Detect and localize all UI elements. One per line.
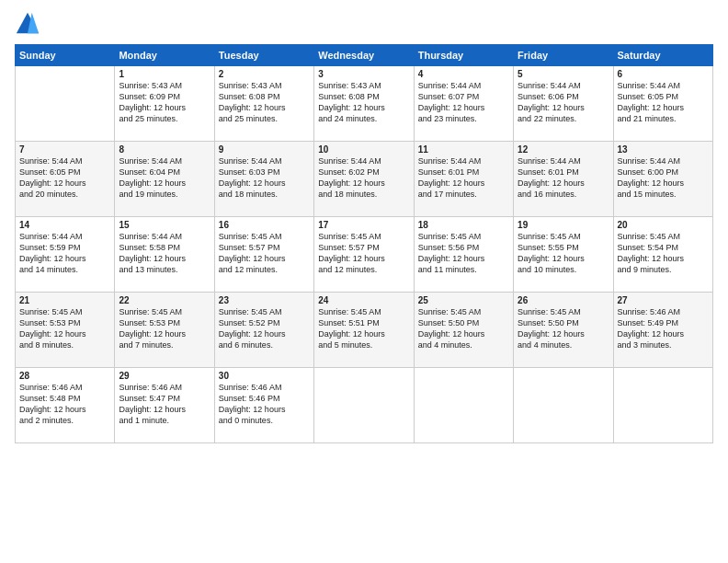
calendar-cell: 1Sunrise: 5:43 AM Sunset: 6:09 PM Daylig… bbox=[115, 66, 214, 142]
calendar-cell: 21Sunrise: 5:45 AM Sunset: 5:53 PM Dayli… bbox=[16, 293, 115, 368]
cell-content: Sunrise: 5:43 AM Sunset: 6:09 PM Dayligh… bbox=[119, 80, 210, 125]
day-number: 11 bbox=[418, 144, 509, 155]
day-number: 16 bbox=[219, 220, 310, 230]
cell-content: Sunrise: 5:44 AM Sunset: 5:59 PM Dayligh… bbox=[19, 231, 110, 276]
col-header-tuesday: Tuesday bbox=[214, 45, 313, 66]
page: SundayMondayTuesdayWednesdayThursdayFrid… bbox=[0, 0, 728, 563]
day-number: 3 bbox=[318, 69, 409, 79]
cell-content: Sunrise: 5:45 AM Sunset: 5:50 PM Dayligh… bbox=[518, 306, 609, 351]
cell-content: Sunrise: 5:44 AM Sunset: 6:03 PM Dayligh… bbox=[219, 155, 310, 201]
cell-content: Sunrise: 5:46 AM Sunset: 5:46 PM Dayligh… bbox=[219, 382, 310, 427]
logo bbox=[15, 11, 44, 37]
cell-content: Sunrise: 5:46 AM Sunset: 5:47 PM Dayligh… bbox=[119, 382, 210, 427]
cell-content: Sunrise: 5:45 AM Sunset: 5:54 PM Dayligh… bbox=[618, 231, 709, 276]
calendar-cell: 3Sunrise: 5:43 AM Sunset: 6:08 PM Daylig… bbox=[314, 66, 414, 142]
day-number: 12 bbox=[518, 144, 609, 155]
calendar-cell: 24Sunrise: 5:45 AM Sunset: 5:51 PM Dayli… bbox=[314, 293, 414, 368]
calendar-cell bbox=[314, 368, 414, 443]
cell-content: Sunrise: 5:45 AM Sunset: 5:51 PM Dayligh… bbox=[318, 306, 409, 351]
col-header-friday: Friday bbox=[514, 45, 613, 66]
calendar-cell: 22Sunrise: 5:45 AM Sunset: 5:53 PM Dayli… bbox=[115, 293, 214, 368]
calendar-header-row: SundayMondayTuesdayWednesdayThursdayFrid… bbox=[16, 45, 713, 66]
day-number: 14 bbox=[19, 220, 110, 230]
calendar-cell: 17Sunrise: 5:45 AM Sunset: 5:57 PM Dayli… bbox=[314, 217, 414, 293]
day-number: 10 bbox=[318, 144, 409, 155]
day-number: 1 bbox=[119, 69, 210, 79]
calendar-cell: 11Sunrise: 5:44 AM Sunset: 6:01 PM Dayli… bbox=[414, 142, 513, 217]
cell-content: Sunrise: 5:45 AM Sunset: 5:53 PM Dayligh… bbox=[19, 306, 110, 351]
calendar-cell: 20Sunrise: 5:45 AM Sunset: 5:54 PM Dayli… bbox=[613, 217, 712, 293]
week-row-3: 21Sunrise: 5:45 AM Sunset: 5:53 PM Dayli… bbox=[16, 293, 713, 368]
week-row-2: 14Sunrise: 5:44 AM Sunset: 5:59 PM Dayli… bbox=[16, 217, 713, 293]
calendar-cell: 29Sunrise: 5:46 AM Sunset: 5:47 PM Dayli… bbox=[115, 368, 214, 443]
week-row-0: 1Sunrise: 5:43 AM Sunset: 6:09 PM Daylig… bbox=[16, 66, 713, 142]
col-header-saturday: Saturday bbox=[613, 45, 712, 66]
calendar-cell bbox=[613, 368, 712, 443]
cell-content: Sunrise: 5:44 AM Sunset: 6:04 PM Dayligh… bbox=[119, 155, 210, 201]
calendar-cell: 10Sunrise: 5:44 AM Sunset: 6:02 PM Dayli… bbox=[314, 142, 414, 217]
week-row-1: 7Sunrise: 5:44 AM Sunset: 6:05 PM Daylig… bbox=[16, 142, 713, 217]
calendar-cell: 2Sunrise: 5:43 AM Sunset: 6:08 PM Daylig… bbox=[214, 66, 313, 142]
day-number: 18 bbox=[418, 220, 509, 230]
cell-content: Sunrise: 5:45 AM Sunset: 5:52 PM Dayligh… bbox=[219, 306, 310, 351]
cell-content: Sunrise: 5:44 AM Sunset: 6:02 PM Dayligh… bbox=[318, 155, 409, 201]
calendar-cell: 19Sunrise: 5:45 AM Sunset: 5:55 PM Dayli… bbox=[514, 217, 613, 293]
col-header-sunday: Sunday bbox=[16, 45, 115, 66]
calendar-cell: 16Sunrise: 5:45 AM Sunset: 5:57 PM Dayli… bbox=[214, 217, 313, 293]
cell-content: Sunrise: 5:46 AM Sunset: 5:49 PM Dayligh… bbox=[618, 306, 709, 351]
calendar-cell: 6Sunrise: 5:44 AM Sunset: 6:05 PM Daylig… bbox=[613, 66, 712, 142]
day-number: 27 bbox=[618, 295, 709, 305]
day-number: 9 bbox=[219, 144, 310, 155]
calendar-cell: 8Sunrise: 5:44 AM Sunset: 6:04 PM Daylig… bbox=[115, 142, 214, 217]
day-number: 2 bbox=[219, 69, 310, 79]
cell-content: Sunrise: 5:45 AM Sunset: 5:57 PM Dayligh… bbox=[318, 231, 409, 276]
cell-content: Sunrise: 5:43 AM Sunset: 6:08 PM Dayligh… bbox=[318, 80, 409, 125]
header bbox=[15, 11, 713, 37]
cell-content: Sunrise: 5:44 AM Sunset: 6:01 PM Dayligh… bbox=[418, 155, 509, 201]
calendar-cell: 14Sunrise: 5:44 AM Sunset: 5:59 PM Dayli… bbox=[16, 217, 115, 293]
calendar-cell: 15Sunrise: 5:44 AM Sunset: 5:58 PM Dayli… bbox=[115, 217, 214, 293]
calendar-cell: 5Sunrise: 5:44 AM Sunset: 6:06 PM Daylig… bbox=[514, 66, 613, 142]
calendar-cell: 28Sunrise: 5:46 AM Sunset: 5:48 PM Dayli… bbox=[16, 368, 115, 443]
cell-content: Sunrise: 5:44 AM Sunset: 6:05 PM Dayligh… bbox=[19, 155, 110, 201]
calendar-cell bbox=[514, 368, 613, 443]
calendar-cell: 27Sunrise: 5:46 AM Sunset: 5:49 PM Dayli… bbox=[613, 293, 712, 368]
calendar-cell: 23Sunrise: 5:45 AM Sunset: 5:52 PM Dayli… bbox=[214, 293, 313, 368]
col-header-monday: Monday bbox=[115, 45, 214, 66]
cell-content: Sunrise: 5:44 AM Sunset: 6:05 PM Dayligh… bbox=[618, 80, 709, 125]
cell-content: Sunrise: 5:44 AM Sunset: 6:01 PM Dayligh… bbox=[518, 155, 609, 201]
calendar-cell bbox=[414, 368, 513, 443]
calendar-table: SundayMondayTuesdayWednesdayThursdayFrid… bbox=[15, 44, 713, 443]
calendar-cell: 7Sunrise: 5:44 AM Sunset: 6:05 PM Daylig… bbox=[16, 142, 115, 217]
cell-content: Sunrise: 5:45 AM Sunset: 5:53 PM Dayligh… bbox=[119, 306, 210, 351]
calendar-cell: 9Sunrise: 5:44 AM Sunset: 6:03 PM Daylig… bbox=[214, 142, 313, 217]
cell-content: Sunrise: 5:44 AM Sunset: 6:07 PM Dayligh… bbox=[418, 80, 509, 125]
cell-content: Sunrise: 5:44 AM Sunset: 5:58 PM Dayligh… bbox=[119, 231, 210, 276]
day-number: 20 bbox=[618, 220, 709, 230]
day-number: 24 bbox=[318, 295, 409, 305]
day-number: 15 bbox=[119, 220, 210, 230]
week-row-4: 28Sunrise: 5:46 AM Sunset: 5:48 PM Dayli… bbox=[16, 368, 713, 443]
cell-content: Sunrise: 5:45 AM Sunset: 5:56 PM Dayligh… bbox=[418, 231, 509, 276]
day-number: 29 bbox=[119, 371, 210, 381]
cell-content: Sunrise: 5:44 AM Sunset: 6:06 PM Dayligh… bbox=[518, 80, 609, 125]
day-number: 22 bbox=[119, 295, 210, 305]
calendar-cell bbox=[16, 66, 115, 142]
day-number: 26 bbox=[518, 295, 609, 305]
calendar-cell: 30Sunrise: 5:46 AM Sunset: 5:46 PM Dayli… bbox=[214, 368, 313, 443]
calendar-cell: 26Sunrise: 5:45 AM Sunset: 5:50 PM Dayli… bbox=[514, 293, 613, 368]
day-number: 7 bbox=[19, 144, 110, 155]
day-number: 30 bbox=[219, 371, 310, 381]
day-number: 5 bbox=[518, 69, 609, 79]
cell-content: Sunrise: 5:43 AM Sunset: 6:08 PM Dayligh… bbox=[219, 80, 310, 125]
day-number: 17 bbox=[318, 220, 409, 230]
calendar-cell: 12Sunrise: 5:44 AM Sunset: 6:01 PM Dayli… bbox=[514, 142, 613, 217]
logo-icon bbox=[15, 11, 40, 37]
cell-content: Sunrise: 5:46 AM Sunset: 5:48 PM Dayligh… bbox=[19, 382, 110, 427]
calendar-cell: 25Sunrise: 5:45 AM Sunset: 5:50 PM Dayli… bbox=[414, 293, 513, 368]
cell-content: Sunrise: 5:45 AM Sunset: 5:55 PM Dayligh… bbox=[518, 231, 609, 276]
cell-content: Sunrise: 5:44 AM Sunset: 6:00 PM Dayligh… bbox=[618, 155, 709, 201]
day-number: 4 bbox=[418, 69, 509, 79]
day-number: 6 bbox=[618, 69, 709, 79]
calendar-cell: 18Sunrise: 5:45 AM Sunset: 5:56 PM Dayli… bbox=[414, 217, 513, 293]
